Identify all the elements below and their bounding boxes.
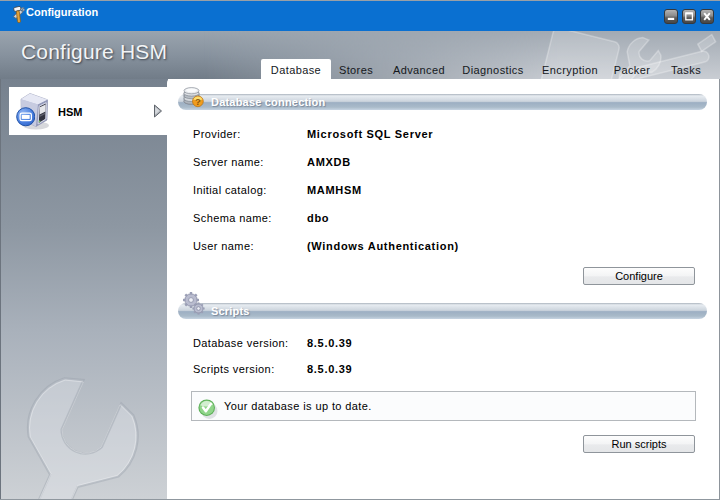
svg-text:?: ? bbox=[195, 96, 201, 107]
